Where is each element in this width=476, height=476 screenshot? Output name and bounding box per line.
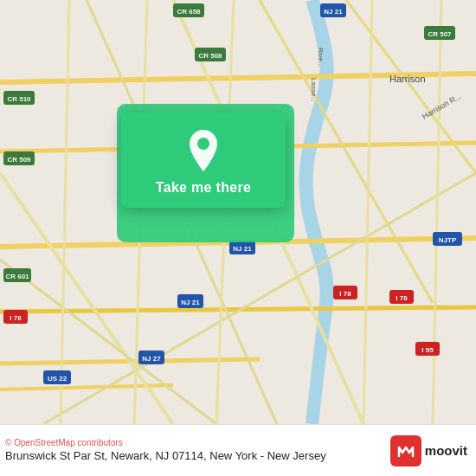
address-text: Brunswick St Par St, Newark, NJ 07114, N… xyxy=(5,449,382,464)
svg-text:US 22: US 22 xyxy=(48,375,68,383)
take-me-there-button[interactable]: Take me there xyxy=(121,113,286,208)
bottom-bar: © OpenStreetMap contributors Brunswick S… xyxy=(0,424,476,476)
svg-text:CR 601: CR 601 xyxy=(5,273,29,280)
svg-text:CR 510: CR 510 xyxy=(7,95,31,103)
svg-text:NJ 21: NJ 21 xyxy=(233,245,252,253)
svg-text:NJ 21: NJ 21 xyxy=(324,8,343,16)
svg-text:NJ 21: NJ 21 xyxy=(181,299,200,306)
bottom-left-info: © OpenStreetMap contributors Brunswick S… xyxy=(5,438,382,464)
svg-text:Lasse...: Lasse... xyxy=(310,78,318,102)
svg-text:I 78: I 78 xyxy=(396,294,408,302)
svg-text:I 95: I 95 xyxy=(421,346,434,354)
svg-text:CR 507: CR 507 xyxy=(428,30,452,38)
svg-text:I 78: I 78 xyxy=(339,290,351,298)
location-pin-icon xyxy=(184,128,222,173)
svg-text:CR 509: CR 509 xyxy=(7,156,31,164)
osm-credit: © OpenStreetMap contributors xyxy=(5,438,382,447)
take-me-there-label[interactable]: Take me there xyxy=(156,180,251,196)
svg-text:Harrison: Harrison xyxy=(389,74,426,84)
moovit-icon xyxy=(390,435,421,466)
svg-text:NJTP: NJTP xyxy=(439,236,457,244)
svg-text:CR 508: CR 508 xyxy=(198,52,222,60)
svg-text:I 78: I 78 xyxy=(10,314,22,322)
svg-point-56 xyxy=(197,138,209,150)
map-container: CR 658 NJ 21 CR 507 CR 508 CR 510 CR 509… xyxy=(0,0,476,424)
svg-text:Rive...: Rive... xyxy=(317,48,325,68)
svg-text:NJ 27: NJ 27 xyxy=(142,355,161,363)
svg-text:CR 658: CR 658 xyxy=(177,8,201,16)
moovit-text: moovit xyxy=(425,443,467,458)
moovit-logo: moovit xyxy=(390,435,467,466)
